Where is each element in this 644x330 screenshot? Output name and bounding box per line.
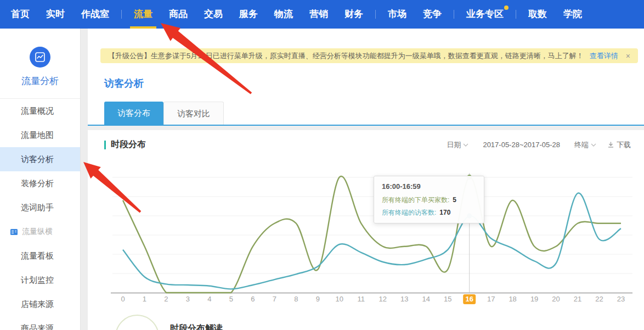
- svg-text:22: 22: [595, 295, 603, 303]
- svg-text:18: 18: [509, 295, 516, 303]
- sidebar-item-decoration-analysis[interactable]: 装修分析: [0, 171, 80, 195]
- svg-text:0: 0: [121, 295, 125, 303]
- svg-text:9: 9: [316, 295, 320, 303]
- tooltip-time-range: 16:00-16:59: [382, 182, 476, 191]
- sidebar-item-traffic-overview[interactable]: 流量概况: [0, 99, 80, 123]
- sidebar-header: 流量分析: [0, 29, 80, 99]
- svg-text:16: 16: [465, 295, 473, 303]
- time-distribution-section: 时段分布 日期 2017-05-28~2017-05-28 终端: [88, 130, 644, 330]
- hourly-line-chart[interactable]: 01234567891011121314151617181920212223: [88, 130, 644, 330]
- page-title: 访客分析: [104, 77, 644, 88]
- svg-text:5: 5: [229, 295, 233, 303]
- sidebar-item-visitor-analysis[interactable]: 访客分析: [0, 147, 80, 171]
- nav-divider: [454, 10, 454, 19]
- tab-visitor-compare[interactable]: 访客对比: [163, 102, 224, 125]
- nav-item-competition[interactable]: 竞争: [415, 0, 450, 29]
- content-gutter: [81, 29, 88, 330]
- nav-item-traffic[interactable]: 流量: [126, 0, 161, 29]
- sidebar-item-word-picker[interactable]: 选词助手: [0, 195, 80, 220]
- app-window: 首页实时作战室流量商品交易服务物流营销财务市场竞争业务专区取数学院 流量分析 流…: [0, 0, 644, 330]
- sidebar-section-traffic-matrix[interactable]: 流量纵横: [0, 220, 80, 244]
- nav-item-logistics[interactable]: 物流: [266, 0, 301, 29]
- nav-item-market[interactable]: 市场: [380, 0, 415, 29]
- upgrade-notice-banner: 【升级公告】生意参谋于5月16日已进行菜单升级，原实时直播、经营分析等模块功能都…: [100, 48, 638, 63]
- svg-text:3: 3: [186, 295, 190, 303]
- sidebar-item-plan-monitor[interactable]: 计划监控: [0, 268, 80, 292]
- sidebar-item-traffic-board[interactable]: 流量看板: [0, 244, 80, 268]
- nav-item-realtime[interactable]: 实时: [38, 0, 73, 29]
- main-content: 【升级公告】生意参谋于5月16日已进行菜单升级，原实时直播、经营分析等模块功能都…: [88, 29, 644, 330]
- tab-bar: 访客分布 访客对比: [104, 102, 644, 125]
- svg-text:19: 19: [530, 295, 538, 303]
- nav-item-finance[interactable]: 财务: [336, 0, 371, 29]
- divider-band: [88, 126, 644, 130]
- svg-text:20: 20: [552, 295, 560, 303]
- svg-text:11: 11: [358, 295, 365, 303]
- sidebar-item-traffic-map[interactable]: 流量地图: [0, 123, 80, 147]
- tab-visitor-distribution[interactable]: 访客分布: [104, 102, 163, 125]
- svg-text:8: 8: [294, 295, 298, 303]
- nav-item-business-zone[interactable]: 业务专区: [458, 0, 512, 29]
- close-icon[interactable]: ×: [626, 52, 630, 60]
- nav-item-home[interactable]: 首页: [3, 0, 38, 29]
- svg-text:13: 13: [400, 295, 408, 303]
- svg-text:23: 23: [617, 295, 625, 303]
- nav-divider: [516, 10, 516, 19]
- svg-text:14: 14: [422, 295, 430, 303]
- svg-text:7: 7: [273, 295, 276, 303]
- svg-text:2: 2: [164, 295, 168, 303]
- tooltip-row-visitors: 所有终端的访客数:170: [382, 208, 476, 217]
- nav-divider: [121, 10, 122, 19]
- svg-text:12: 12: [379, 295, 387, 303]
- banner-detail-link[interactable]: 查看详情: [590, 51, 618, 61]
- svg-text:1: 1: [143, 295, 146, 303]
- sidebar-section-label: 流量纵横: [22, 227, 53, 237]
- top-nav: 首页实时作战室流量商品交易服务物流营销财务市场竞争业务专区取数学院: [0, 0, 644, 29]
- svg-text:15: 15: [444, 295, 451, 303]
- tooltip-row-buyers: 所有终端的下单买家数:5: [382, 195, 476, 205]
- dashboard-icon: [10, 228, 18, 236]
- nav-item-war-room[interactable]: 作战室: [73, 0, 117, 29]
- new-badge-dot: [504, 5, 509, 10]
- sidebar-item-shop-source[interactable]: 店铺来源: [0, 292, 80, 316]
- nav-item-product[interactable]: 商品: [161, 0, 196, 29]
- sidebar-item-product-source[interactable]: 商品来源: [0, 316, 80, 330]
- line-chart-icon: [30, 47, 50, 68]
- sidebar-title: 流量分析: [0, 75, 80, 99]
- nav-item-trade[interactable]: 交易: [196, 0, 231, 29]
- nav-divider: [375, 10, 376, 19]
- svg-text:17: 17: [487, 295, 495, 303]
- chart-tooltip: 16:00-16:59 所有终端的下单买家数:5 所有终端的访客数:170: [374, 176, 484, 223]
- sidebar-menu-2: 流量看板计划监控店铺来源商品来源: [0, 244, 80, 330]
- nav-item-data-extract[interactable]: 取数: [520, 0, 555, 29]
- banner-text: 【升级公告】生意参谋于5月16日已进行菜单升级，原实时直播、经营分析等模块功能都…: [108, 51, 587, 61]
- svg-text:10: 10: [336, 295, 343, 303]
- svg-text:4: 4: [207, 295, 211, 303]
- interpretation-title: 时段分布解读: [170, 323, 223, 330]
- sidebar: 流量分析 流量概况流量地图访客分析装修分析选词助手 流量纵横 流量看板计划监控店…: [0, 29, 81, 330]
- nav-item-service[interactable]: 服务: [231, 0, 266, 29]
- sidebar-menu: 流量概况流量地图访客分析装修分析选词助手: [0, 99, 80, 220]
- svg-text:21: 21: [574, 295, 581, 303]
- svg-text:6: 6: [251, 295, 255, 303]
- nav-item-academy[interactable]: 学院: [555, 0, 590, 29]
- nav-item-marketing[interactable]: 营销: [301, 0, 336, 29]
